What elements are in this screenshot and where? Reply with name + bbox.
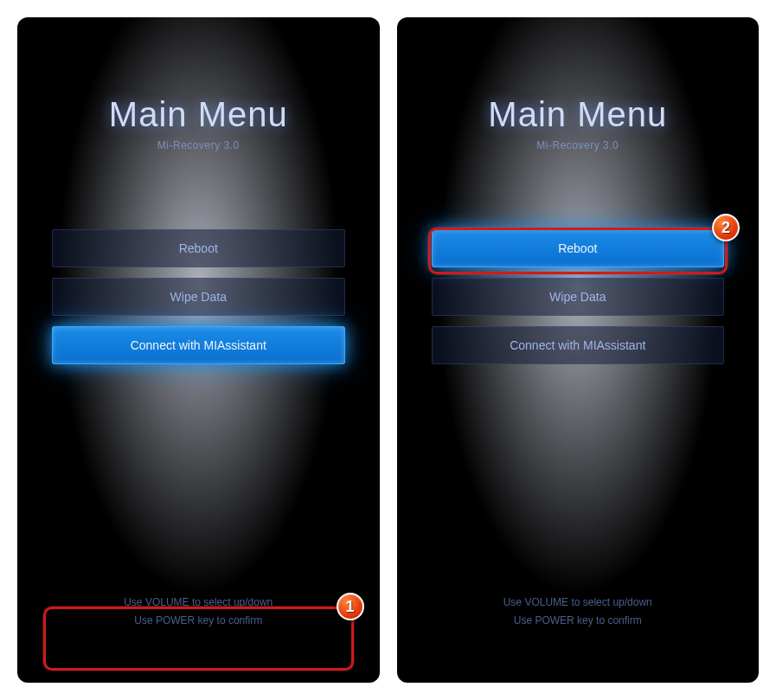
menu-item-label: Wipe Data bbox=[170, 290, 227, 304]
menu: Reboot Wipe Data Connect with MIAssistan… bbox=[397, 229, 760, 364]
menu-item-reboot[interactable]: Reboot bbox=[52, 229, 345, 267]
menu-item-reboot[interactable]: Reboot bbox=[432, 229, 725, 267]
hint-volume: Use VOLUME to select up/down bbox=[423, 594, 734, 613]
menu-item-wipe-data[interactable]: Wipe Data bbox=[52, 278, 345, 316]
page-title: Main Menu bbox=[397, 95, 760, 134]
page-subtitle: Mi-Recovery 3.0 bbox=[17, 139, 380, 151]
header: Main Menu Mi-Recovery 3.0 bbox=[17, 95, 380, 151]
recovery-screen-2: Main Menu Mi-Recovery 3.0 Reboot Wipe Da… bbox=[397, 17, 760, 683]
footer-hints: Use VOLUME to select up/down Use POWER k… bbox=[397, 580, 760, 648]
page-subtitle: Mi-Recovery 3.0 bbox=[397, 139, 760, 151]
hint-volume: Use VOLUME to select up/down bbox=[43, 594, 354, 613]
menu-item-wipe-data[interactable]: Wipe Data bbox=[432, 278, 725, 316]
menu-item-label: Connect with MIAssistant bbox=[510, 338, 645, 352]
menu-item-connect-miassistant[interactable]: Connect with MIAssistant bbox=[432, 326, 725, 364]
menu-item-connect-miassistant[interactable]: Connect with MIAssistant bbox=[52, 326, 345, 364]
hint-power: Use POWER key to confirm bbox=[423, 612, 734, 631]
menu: Reboot Wipe Data Connect with MIAssistan… bbox=[17, 229, 380, 364]
annotation-step-badge: 2 bbox=[712, 214, 740, 241]
menu-item-label: Wipe Data bbox=[549, 290, 606, 304]
page-title: Main Menu bbox=[17, 95, 380, 134]
menu-item-label: Reboot bbox=[179, 241, 218, 255]
hint-power: Use POWER key to confirm bbox=[43, 612, 354, 631]
menu-item-label: Reboot bbox=[558, 241, 597, 255]
header: Main Menu Mi-Recovery 3.0 bbox=[397, 95, 760, 151]
menu-item-label: Connect with MIAssistant bbox=[131, 338, 266, 352]
recovery-screen-1: Main Menu Mi-Recovery 3.0 Reboot Wipe Da… bbox=[17, 17, 380, 683]
annotation-step-badge: 1 bbox=[337, 593, 364, 620]
footer-hints: Use VOLUME to select up/down Use POWER k… bbox=[17, 580, 380, 648]
